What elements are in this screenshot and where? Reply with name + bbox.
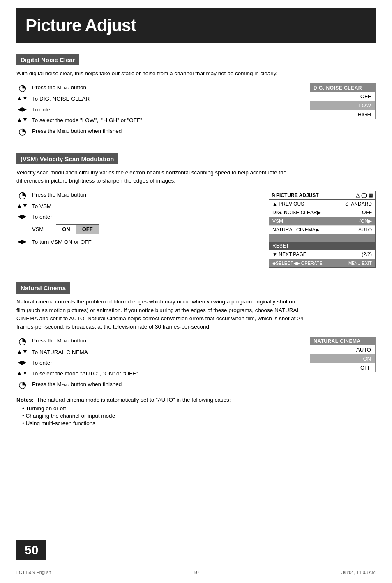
steps-list-nc: ◔ Press the Menu button ▲▼ To NATURAL CI…	[16, 337, 297, 392]
vsm-label: VSM	[32, 226, 56, 232]
menu-icon: ◔	[16, 83, 28, 93]
big-menu-row-label: DIG. NOISE CLEAR▶	[272, 210, 321, 215]
big-menu-title-left: ⎘ PICTURE ADJUST	[272, 192, 319, 198]
big-menu-row-value: (ON▶	[359, 218, 372, 224]
menu-item-high: HIGH	[310, 110, 375, 119]
step-row: ◔ Press the Menu button	[16, 337, 297, 346]
step-row: ▲▼ To DIG. NOISE CLEAR	[16, 95, 297, 103]
menu-icon: ◔	[16, 337, 28, 346]
big-menu-row-previous: ▲ PREVIOUS STANDARD	[269, 200, 375, 208]
section-header-vsm: (VSM) Velocity Scan Modulation	[16, 153, 118, 164]
leftright-icon: ◀▶	[16, 359, 28, 366]
notes-intro-text: The natural cinema mode is automatically…	[37, 397, 231, 403]
section-vsm: (VSM) Velocity Scan Modulation Velocity …	[16, 153, 376, 268]
menu-mockup-vsm: ⎘ PICTURE ADJUST △ ◯ ▩ ▲ PREVIOUS STANDA…	[269, 191, 376, 268]
page-number: 50	[16, 540, 46, 560]
step-text: To select the mode "LOW", "HIGH" or "OFF…	[32, 116, 142, 125]
vsm-off-btn[interactable]: OFF	[76, 225, 99, 234]
footer-right: MENU EXIT	[348, 261, 372, 266]
section-digital-noise-clear: Digital Noise Clear With digital noise c…	[16, 54, 376, 139]
step-row: ◔ Press the Menu button	[16, 83, 297, 93]
step-text: To select the mode "AUTO", "ON" or "OFF"	[32, 370, 138, 378]
list-item: Using multi-screen functions	[22, 420, 376, 426]
menu-icon: ◔	[16, 127, 28, 136]
big-menu-title-icons: △ ◯ ▩	[356, 192, 373, 198]
big-menu-row-dnc: DIG. NOISE CLEAR▶ OFF	[269, 208, 375, 217]
menu-mockup-nc: NATURAL CINEMA AUTO ON OFF	[310, 337, 376, 372]
notes-title: Notes:	[16, 397, 34, 403]
list-item: Changing the channel or input mode	[22, 413, 376, 419]
vsm-on-btn[interactable]: ON	[56, 225, 76, 234]
menu-icon: ◔	[16, 380, 28, 389]
footer-right: 3/8/04, 11:03 AM	[341, 570, 376, 575]
footer: LCT1609 English 50 3/8/04, 11:03 AM	[16, 567, 376, 575]
vsm-indicator: VSM ON OFF	[32, 224, 256, 234]
vsm-buttons: ON OFF	[56, 224, 99, 234]
menu-icon: ◔	[16, 191, 28, 200]
step-row: ▲▼ To VSM	[16, 202, 256, 211]
list-item: Turning on or off	[22, 405, 376, 412]
step-text: To enter	[32, 213, 52, 221]
menu-item-off: OFF	[310, 92, 375, 101]
section-desc-nc: Natural cinema corrects the problem of b…	[16, 298, 304, 331]
steps-area-dnc: ◔ Press the Menu button ▲▼ To DIG. NOISE…	[16, 83, 376, 139]
big-menu-row-next: ▼ NEXT PAGE (2/2)	[269, 250, 375, 259]
leftright-icon: ◀▶	[16, 106, 28, 113]
notes-list: Turning on or off Changing the channel o…	[16, 405, 376, 426]
big-menu-title-text: PICTURE ADJUST	[276, 192, 319, 198]
menu-item-off-nc: OFF	[310, 363, 375, 372]
updown-icon: ▲▼	[16, 370, 28, 377]
steps-area-vsm: ◔ Press the Menu button ▲▼ To VSM ◀▶ To …	[16, 191, 376, 268]
step-row: ◔ Press the Menu button when finished	[16, 127, 297, 136]
step-row: ◔ Press the Menu button when finished	[16, 380, 297, 389]
step-text: Press the Menu button	[32, 83, 86, 92]
footer-left: LCT1609 English	[16, 570, 51, 575]
footer-center: 50	[194, 570, 198, 575]
step-text: Press the Menu button	[32, 191, 86, 199]
step-text: To VSM	[32, 202, 51, 211]
step-text: Press the Menu button when finished	[32, 127, 122, 135]
menu-mockup-dnc: DIG. NOISE CLEAR OFF LOW HIGH	[310, 83, 376, 119]
step-row: ◀▶ To enter	[16, 106, 297, 114]
icon-2: ◯	[361, 192, 367, 198]
step-row: ◔ Press the Menu button	[16, 191, 256, 200]
big-menu-row-vsm: VSM (ON▶	[269, 217, 375, 226]
step-row: ◀▶ To turn VSM ON or OFF	[16, 238, 256, 246]
notes-block: Notes: The natural cinema mode is automa…	[16, 397, 376, 426]
big-menu-row-value: (2/2)	[362, 252, 372, 257]
big-menu-empty	[269, 234, 375, 242]
big-menu-row-value: STANDARD	[345, 201, 372, 207]
big-menu-row-label: ▲ PREVIOUS	[272, 201, 304, 207]
steps-list-dnc: ◔ Press the Menu button ▲▼ To DIG. NOISE…	[16, 83, 297, 139]
menu-item-low: LOW	[310, 101, 375, 110]
page-title: Picture Adjust	[25, 16, 367, 35]
big-menu-row-label: RESET	[272, 243, 289, 249]
step-text: To DIG. NOISE CLEAR	[32, 95, 90, 103]
section-desc-dnc: With digital noise clear, this helps tak…	[16, 69, 304, 78]
step-row: ◀▶ To enter	[16, 213, 256, 221]
icon-1: △	[356, 192, 360, 198]
step-row: ▲▼ To select the mode "LOW", "HIGH" or "…	[16, 116, 297, 125]
big-menu-row-label: VSM	[272, 218, 283, 224]
section-header-dnc: Digital Noise Clear	[16, 54, 79, 65]
section-header-nc: Natural Cinema	[16, 282, 70, 294]
step-text: To enter	[32, 359, 52, 367]
step-text: Press the Menu button when finished	[32, 380, 122, 389]
page-title-bar: Picture Adjust	[16, 8, 376, 43]
menu-title-dnc: DIG. NOISE CLEAR	[310, 84, 375, 92]
page-wrapper: Picture Adjust Digital Noise Clear With …	[0, 0, 392, 583]
menu-screen-icon: ⎘	[272, 192, 274, 198]
section-natural-cinema: Natural Cinema Natural cinema corrects t…	[16, 282, 376, 426]
big-menu-row-label: ▼ NEXT PAGE	[272, 252, 307, 257]
step-row: ▲▼ To NATURAL CINEMA	[16, 348, 297, 356]
big-menu-row-label: NATURAL CINEMA▶	[272, 227, 319, 233]
steps-list-vsm: ◔ Press the Menu button ▲▼ To VSM ◀▶ To …	[16, 191, 256, 249]
updown-icon: ▲▼	[16, 348, 28, 355]
step-text: To NATURAL CINEMA	[32, 348, 88, 356]
menu-item-auto: AUTO	[310, 345, 375, 354]
section-desc-vsm: Velocity scan modulation circuitry varie…	[16, 169, 304, 185]
big-menu-footer: ◆SELECT◀▶ OPERATE MENU EXIT	[269, 259, 375, 267]
leftright-icon: ◀▶	[16, 238, 28, 245]
notes-intro: Notes: The natural cinema mode is automa…	[16, 397, 376, 403]
step-row: ◀▶ To enter	[16, 359, 297, 367]
